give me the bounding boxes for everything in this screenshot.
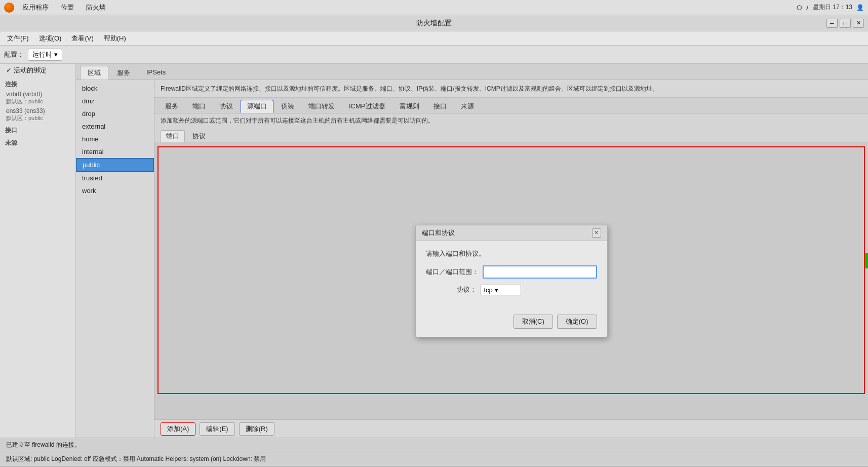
toolbar: 配置： 运行时 ▾ (0, 46, 868, 64)
connection-virbr0[interactable]: virbr0 (virbr0) 默认区：public (0, 90, 75, 106)
active-bindings-toggle[interactable]: ✓ 活动的绑定 (0, 64, 75, 77)
close-button[interactable]: ✕ (853, 19, 864, 28)
system-menu-bar[interactable]: 应用程序 位置 防火墙 (4, 2, 110, 13)
dialog-footer: 取消(C) 确定(O) (416, 309, 607, 337)
zone-dmz[interactable]: dmz (76, 95, 154, 107)
protocol-value: tcp (484, 286, 493, 294)
tab-zones[interactable]: 区域 (80, 66, 108, 80)
menu-view[interactable]: 查看(V) (66, 32, 98, 45)
menu-options[interactable]: 选项(O) (34, 32, 67, 45)
inner-tab-port-forward[interactable]: 端口转发 (302, 100, 341, 113)
cancel-button[interactable]: 取消(C) (514, 315, 553, 329)
system-logo-icon (4, 3, 14, 13)
zone-external[interactable]: external (76, 120, 154, 133)
connections-section-label: 连接 (0, 77, 75, 90)
protocol-row: 协议： tcp ▾ (426, 285, 597, 295)
zone-list: block dmz drop external home internal pu… (76, 80, 154, 438)
status-detail-bar: 默认区域: public LogDenied: off 应急模式：禁用 Auto… (0, 452, 868, 466)
dialog-body: 请输入端口和协议。 端口／端口范围： 协议： tcp ▾ (416, 241, 607, 309)
runtime-label: 运行时 (32, 50, 52, 59)
sub-tab-protocol[interactable]: 协议 (187, 130, 211, 142)
source-port-description: 添加额外的源端口或范围，它们对于所有可以连接至这台主机的所有主机或网络都需要是可… (154, 113, 868, 128)
zone-public[interactable]: public (76, 158, 154, 172)
network-icon: ⬡ (797, 4, 802, 11)
topmenu-apps[interactable]: 应用程序 (18, 2, 53, 13)
bottom-action-bar: 添加(A) 编辑(E) 删除(R) (154, 419, 868, 438)
menu-help[interactable]: 帮助(H) (99, 32, 131, 45)
port-label: 端口／端口范围： (426, 267, 479, 277)
zone-trusted[interactable]: trusted (76, 172, 154, 184)
zone-layout: block dmz drop external home internal pu… (76, 80, 868, 438)
ok-button[interactable]: 确定(O) (557, 315, 597, 329)
systray-area: ⬡ ♪ 星期日 17：13 👤 (797, 3, 864, 12)
maximize-button[interactable]: □ (840, 19, 851, 28)
source-label: 未源 (0, 136, 75, 148)
user-icon: 👤 (856, 4, 864, 11)
modal-overlay: 端口和协议 ✕ 请输入端口和协议。 端口／端口范围： (154, 142, 868, 419)
port-input[interactable] (483, 265, 597, 279)
inner-tab-icmp[interactable]: ICMP过滤器 (342, 100, 392, 113)
window-controls[interactable]: ─ □ ✕ (826, 19, 864, 28)
sub-tab-port[interactable]: 端口 (161, 130, 185, 142)
zone-content: FirewallD区域定义了绑定的网络连接、接口以及源地址的可信程度。区域是服务… (154, 80, 868, 438)
status-connection-text: 已建立至 firewalld 的连接。 (6, 441, 81, 449)
port-protocol-dialog: 端口和协议 ✕ 请输入端口和协议。 端口／端口范围： (415, 225, 608, 337)
clock: 星期日 17：13 (813, 3, 852, 12)
content-area: 区域 服务 IPSets block dmz drop external hom… (76, 64, 868, 438)
status-bar: 已建立至 firewalld 的连接。 (0, 438, 868, 452)
dialog-title: 端口和协议 (422, 228, 455, 238)
delete-button[interactable]: 删除(R) (239, 422, 274, 436)
dialog-title-bar: 端口和协议 ✕ (416, 225, 607, 241)
edit-button[interactable]: 编辑(E) (200, 422, 234, 436)
main-layout: ✓ 活动的绑定 连接 virbr0 (virbr0) 默认区：public en… (0, 64, 868, 438)
protocol-arrow-icon: ▾ (495, 286, 498, 294)
zone-drop[interactable]: drop (76, 107, 154, 120)
port-row: 端口／端口范围： (426, 265, 597, 279)
dropdown-arrow-icon: ▾ (54, 51, 58, 58)
add-button[interactable]: 添加(A) (161, 422, 195, 436)
app-title: 防火墙配置 (416, 19, 452, 28)
sub-tabs-row[interactable]: 端口 协议 (154, 128, 868, 142)
inner-tab-masquerade[interactable]: 伪装 (274, 100, 301, 113)
sidebar: ✓ 活动的绑定 连接 virbr0 (virbr0) 默认区：public en… (0, 64, 76, 438)
config-label: 配置： (4, 50, 24, 59)
topmenu-firewall[interactable]: 防火墙 (82, 2, 110, 13)
tab-services[interactable]: 服务 (109, 66, 138, 80)
system-title-bar: 应用程序 位置 防火墙 ⬡ ♪ 星期日 17：13 👤 (0, 0, 868, 15)
interface-label: 接口 (0, 123, 75, 136)
inner-tab-ports[interactable]: 端口 (186, 100, 212, 113)
zone-home[interactable]: home (76, 133, 154, 145)
inner-tab-services[interactable]: 服务 (159, 100, 185, 113)
protocol-select[interactable]: tcp ▾ (481, 285, 521, 295)
zone-internal[interactable]: internal (76, 145, 154, 158)
app-menu-bar[interactable]: 文件(F) 选项(O) 查看(V) 帮助(H) (0, 31, 868, 46)
inner-tabs-row[interactable]: 服务 端口 协议 源端口 伪装 端口转发 ICMP过滤器 富规则 接口 来源 (154, 98, 868, 113)
connection-ens33[interactable]: ens33 (ens33) 默认区：public (0, 106, 75, 123)
inner-tab-rich-rules[interactable]: 富规则 (393, 100, 426, 113)
main-tabs-row[interactable]: 区域 服务 IPSets (76, 64, 868, 80)
status-details: 默认区域: public LogDenied: off 应急模式：禁用 Auto… (6, 455, 266, 463)
inner-tab-source-port[interactable]: 源端口 (241, 100, 273, 113)
system-tray: ⬡ ♪ 星期日 17：13 👤 (797, 3, 864, 12)
inner-tab-source[interactable]: 来源 (454, 100, 481, 113)
topmenu-places[interactable]: 位置 (57, 2, 78, 13)
content-panel: 端口和协议 ✕ 请输入端口和协议。 端口／端口范围： (154, 142, 868, 419)
runtime-dropdown[interactable]: 运行时 ▾ (28, 49, 62, 61)
description-bar: FirewallD区域定义了绑定的网络连接、接口以及源地址的可信程度。区域是服务… (154, 80, 868, 98)
zone-work[interactable]: work (76, 184, 154, 197)
volume-icon: ♪ (806, 4, 809, 11)
dialog-close-button[interactable]: ✕ (592, 228, 601, 238)
dialog-description: 请输入端口和协议。 (426, 249, 597, 258)
zone-block[interactable]: block (76, 82, 154, 95)
app-title-bar: 防火墙配置 ─ □ ✕ (0, 15, 868, 31)
tab-ipsets[interactable]: IPSets (139, 66, 173, 80)
minimize-button[interactable]: ─ (826, 19, 838, 28)
protocol-label: 协议： (426, 285, 477, 294)
menu-file[interactable]: 文件(F) (2, 32, 34, 45)
inner-tab-interface[interactable]: 接口 (427, 100, 453, 113)
inner-tab-protocol[interactable]: 协议 (213, 100, 240, 113)
